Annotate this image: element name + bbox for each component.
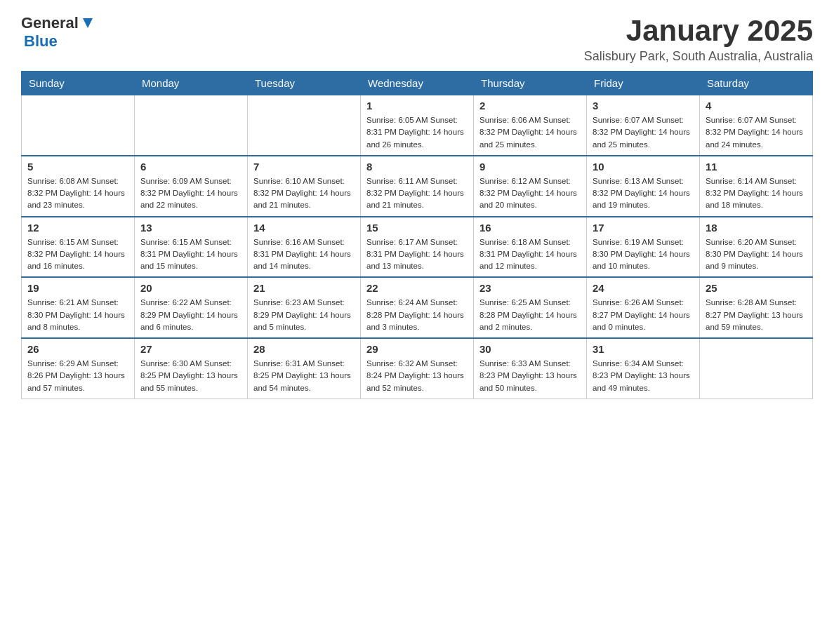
- day-number: 15: [366, 222, 468, 234]
- calendar-header-friday: Friday: [587, 72, 700, 95]
- day-number: 1: [366, 100, 468, 112]
- logo-general: General: [21, 14, 79, 32]
- day-number: 27: [140, 343, 241, 355]
- day-number: 4: [706, 100, 807, 112]
- day-info: Sunrise: 6:25 AM Sunset: 8:28 PM Dayligh…: [479, 297, 581, 333]
- day-info: Sunrise: 6:07 AM Sunset: 8:32 PM Dayligh…: [706, 114, 807, 151]
- calendar-week-row: 19Sunrise: 6:21 AM Sunset: 8:30 PM Dayli…: [22, 277, 813, 338]
- day-number: 7: [253, 161, 355, 173]
- day-number: 19: [27, 282, 128, 294]
- calendar-cell: [135, 95, 248, 156]
- calendar-cell: 10Sunrise: 6:13 AM Sunset: 8:32 PM Dayli…: [587, 156, 700, 217]
- page-title: January 2025: [584, 14, 813, 48]
- day-info: Sunrise: 6:33 AM Sunset: 8:23 PM Dayligh…: [479, 358, 581, 394]
- day-number: 6: [140, 161, 241, 173]
- day-number: 22: [366, 282, 468, 294]
- day-info: Sunrise: 6:15 AM Sunset: 8:31 PM Dayligh…: [140, 236, 241, 273]
- calendar-cell: 18Sunrise: 6:20 AM Sunset: 8:30 PM Dayli…: [700, 217, 813, 278]
- calendar-cell: 6Sunrise: 6:09 AM Sunset: 8:32 PM Daylig…: [135, 156, 248, 217]
- day-info: Sunrise: 6:24 AM Sunset: 8:28 PM Dayligh…: [366, 297, 468, 333]
- calendar-header-sunday: Sunday: [22, 72, 135, 95]
- day-number: 29: [366, 343, 468, 355]
- day-info: Sunrise: 6:11 AM Sunset: 8:32 PM Dayligh…: [366, 175, 468, 212]
- calendar-header-row: SundayMondayTuesdayWednesdayThursdayFrid…: [22, 72, 813, 95]
- logo: General Blue: [21, 14, 95, 51]
- calendar-header-wednesday: Wednesday: [361, 72, 474, 95]
- title-area: January 2025 Salisbury Park, South Austr…: [584, 14, 813, 64]
- day-number: 12: [27, 222, 128, 234]
- day-info: Sunrise: 6:05 AM Sunset: 8:31 PM Dayligh…: [366, 114, 468, 151]
- logo-triangle-icon: [80, 15, 95, 31]
- day-info: Sunrise: 6:22 AM Sunset: 8:29 PM Dayligh…: [140, 297, 241, 333]
- day-number: 25: [706, 282, 807, 294]
- day-info: Sunrise: 6:08 AM Sunset: 8:32 PM Dayligh…: [27, 175, 128, 212]
- calendar-cell: [700, 338, 813, 398]
- day-info: Sunrise: 6:28 AM Sunset: 8:27 PM Dayligh…: [706, 297, 807, 333]
- day-info: Sunrise: 6:19 AM Sunset: 8:30 PM Dayligh…: [593, 236, 694, 273]
- calendar-header-tuesday: Tuesday: [248, 72, 361, 95]
- day-info: Sunrise: 6:32 AM Sunset: 8:24 PM Dayligh…: [366, 358, 468, 394]
- calendar-week-row: 1Sunrise: 6:05 AM Sunset: 8:31 PM Daylig…: [22, 95, 813, 156]
- calendar-cell: 21Sunrise: 6:23 AM Sunset: 8:29 PM Dayli…: [248, 277, 361, 338]
- day-info: Sunrise: 6:26 AM Sunset: 8:27 PM Dayligh…: [593, 297, 694, 333]
- day-info: Sunrise: 6:15 AM Sunset: 8:32 PM Dayligh…: [27, 236, 128, 273]
- calendar-cell: 11Sunrise: 6:14 AM Sunset: 8:32 PM Dayli…: [700, 156, 813, 217]
- svg-marker-0: [83, 18, 93, 28]
- logo-blue: Blue: [24, 32, 58, 50]
- day-info: Sunrise: 6:14 AM Sunset: 8:32 PM Dayligh…: [706, 175, 807, 212]
- day-number: 28: [253, 343, 355, 355]
- calendar-cell: 7Sunrise: 6:10 AM Sunset: 8:32 PM Daylig…: [248, 156, 361, 217]
- calendar-cell: 30Sunrise: 6:33 AM Sunset: 8:23 PM Dayli…: [474, 338, 587, 398]
- day-info: Sunrise: 6:18 AM Sunset: 8:31 PM Dayligh…: [479, 236, 581, 273]
- day-number: 8: [366, 161, 468, 173]
- day-number: 10: [593, 161, 694, 173]
- day-number: 31: [593, 343, 694, 355]
- day-info: Sunrise: 6:16 AM Sunset: 8:31 PM Dayligh…: [253, 236, 355, 273]
- calendar-cell: 12Sunrise: 6:15 AM Sunset: 8:32 PM Dayli…: [22, 217, 135, 278]
- day-number: 18: [706, 222, 807, 234]
- calendar-week-row: 12Sunrise: 6:15 AM Sunset: 8:32 PM Dayli…: [22, 217, 813, 278]
- calendar-cell: 20Sunrise: 6:22 AM Sunset: 8:29 PM Dayli…: [135, 277, 248, 338]
- calendar-cell: 27Sunrise: 6:30 AM Sunset: 8:25 PM Dayli…: [135, 338, 248, 398]
- day-number: 13: [140, 222, 241, 234]
- calendar-header-saturday: Saturday: [700, 72, 813, 95]
- calendar-cell: 22Sunrise: 6:24 AM Sunset: 8:28 PM Dayli…: [361, 277, 474, 338]
- calendar-cell: 24Sunrise: 6:26 AM Sunset: 8:27 PM Dayli…: [587, 277, 700, 338]
- calendar-cell: 23Sunrise: 6:25 AM Sunset: 8:28 PM Dayli…: [474, 277, 587, 338]
- day-info: Sunrise: 6:34 AM Sunset: 8:23 PM Dayligh…: [593, 358, 694, 394]
- day-info: Sunrise: 6:10 AM Sunset: 8:32 PM Dayligh…: [253, 175, 355, 212]
- calendar-cell: 25Sunrise: 6:28 AM Sunset: 8:27 PM Dayli…: [700, 277, 813, 338]
- calendar-cell: 16Sunrise: 6:18 AM Sunset: 8:31 PM Dayli…: [474, 217, 587, 278]
- day-number: 20: [140, 282, 241, 294]
- calendar-cell: 9Sunrise: 6:12 AM Sunset: 8:32 PM Daylig…: [474, 156, 587, 217]
- calendar-cell: 5Sunrise: 6:08 AM Sunset: 8:32 PM Daylig…: [22, 156, 135, 217]
- day-info: Sunrise: 6:09 AM Sunset: 8:32 PM Dayligh…: [140, 175, 241, 212]
- day-number: 21: [253, 282, 355, 294]
- day-info: Sunrise: 6:29 AM Sunset: 8:26 PM Dayligh…: [27, 358, 128, 394]
- calendar-cell: 29Sunrise: 6:32 AM Sunset: 8:24 PM Dayli…: [361, 338, 474, 398]
- day-info: Sunrise: 6:07 AM Sunset: 8:32 PM Dayligh…: [593, 114, 694, 151]
- day-number: 2: [479, 100, 581, 112]
- day-info: Sunrise: 6:06 AM Sunset: 8:32 PM Dayligh…: [479, 114, 581, 151]
- calendar-cell: 3Sunrise: 6:07 AM Sunset: 8:32 PM Daylig…: [587, 95, 700, 156]
- header: General Blue January 2025 Salisbury Park…: [21, 14, 813, 64]
- day-info: Sunrise: 6:31 AM Sunset: 8:25 PM Dayligh…: [253, 358, 355, 394]
- day-info: Sunrise: 6:13 AM Sunset: 8:32 PM Dayligh…: [593, 175, 694, 212]
- day-number: 14: [253, 222, 355, 234]
- calendar-cell: 26Sunrise: 6:29 AM Sunset: 8:26 PM Dayli…: [22, 338, 135, 398]
- page-subtitle: Salisbury Park, South Australia, Austral…: [584, 49, 813, 64]
- calendar-cell: 2Sunrise: 6:06 AM Sunset: 8:32 PM Daylig…: [474, 95, 587, 156]
- day-number: 30: [479, 343, 581, 355]
- day-number: 17: [593, 222, 694, 234]
- calendar-cell: 1Sunrise: 6:05 AM Sunset: 8:31 PM Daylig…: [361, 95, 474, 156]
- day-number: 3: [593, 100, 694, 112]
- calendar-cell: 15Sunrise: 6:17 AM Sunset: 8:31 PM Dayli…: [361, 217, 474, 278]
- calendar-week-row: 5Sunrise: 6:08 AM Sunset: 8:32 PM Daylig…: [22, 156, 813, 217]
- calendar-table: SundayMondayTuesdayWednesdayThursdayFrid…: [21, 71, 813, 399]
- day-info: Sunrise: 6:21 AM Sunset: 8:30 PM Dayligh…: [27, 297, 128, 333]
- calendar-cell: 19Sunrise: 6:21 AM Sunset: 8:30 PM Dayli…: [22, 277, 135, 338]
- day-number: 16: [479, 222, 581, 234]
- calendar-cell: 17Sunrise: 6:19 AM Sunset: 8:30 PM Dayli…: [587, 217, 700, 278]
- calendar-cell: 28Sunrise: 6:31 AM Sunset: 8:25 PM Dayli…: [248, 338, 361, 398]
- day-info: Sunrise: 6:20 AM Sunset: 8:30 PM Dayligh…: [706, 236, 807, 273]
